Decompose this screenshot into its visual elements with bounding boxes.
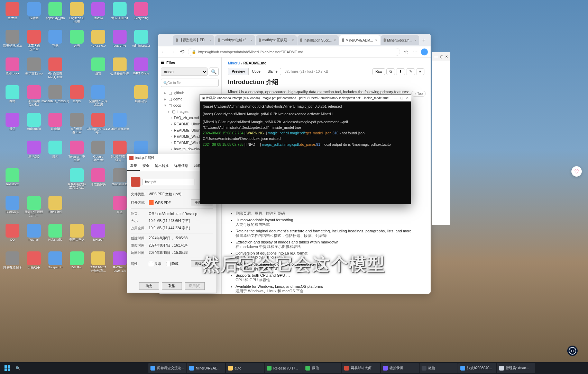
- maximize-icon[interactable]: ▢: [440, 55, 443, 59]
- desktop-icon[interactable]: 有道: [110, 196, 129, 223]
- close-tab-icon[interactable]: ×: [250, 38, 252, 42]
- desktop-icon[interactable]: 升级助手: [24, 251, 44, 278]
- taskbar-app[interactable]: 微信: [303, 363, 341, 373]
- taskbar-app[interactable]: 微信: [420, 363, 458, 373]
- top-link[interactable]: ↑ Top: [411, 91, 426, 97]
- filename-input[interactable]: text.pdf: [143, 179, 194, 185]
- desktop-icon[interactable]: 此电脑: [46, 113, 65, 140]
- close-tab-icon[interactable]: ×: [375, 38, 377, 42]
- edit-button[interactable]: ✎: [406, 68, 415, 75]
- desktop-icon[interactable]: Logitech G HUB: [67, 2, 86, 29]
- desktop-icon[interactable]: YJKS5.0.0: [89, 30, 108, 57]
- desktop-icon[interactable]: 注册漫版(2).xlsx: [24, 85, 44, 112]
- desktop-icon[interactable]: WPS Office: [131, 57, 151, 84]
- desktop-icon[interactable]: 美国大学入: [67, 224, 86, 251]
- close-tab-icon[interactable]: ×: [334, 38, 336, 42]
- desktop-icon[interactable]: BibiGPT数据链请...: [110, 141, 129, 168]
- reload-icon[interactable]: ⟲: [179, 49, 185, 55]
- desktop-icon[interactable]: text.docx: [3, 168, 22, 195]
- desktop-icon[interactable]: 开放摄像头: [89, 168, 108, 195]
- tab-security[interactable]: 安全: [140, 162, 152, 171]
- desktop-icon[interactable]: Hubstudio: [24, 113, 44, 140]
- desktop-icon[interactable]: phpstudy_pro: [46, 2, 65, 29]
- taskbar-app[interactable]: 问卷调查交流论...: [148, 363, 186, 373]
- browser-tab[interactable]: Installation Succ...×: [297, 35, 339, 45]
- desktop-icon[interactable]: 微信: [3, 113, 22, 140]
- taskbar-app[interactable]: auto: [226, 363, 264, 373]
- desktop-icon[interactable]: 腾讯会议: [131, 85, 151, 112]
- desktop-icon[interactable]: Administrator: [131, 30, 151, 57]
- browser-tab[interactable]: mathtype破解+f...×: [215, 35, 255, 45]
- preview-tab[interactable]: Preview: [228, 68, 249, 75]
- desktop-icon[interactable]: 网易有道翻译: [3, 251, 22, 278]
- desktop-icon[interactable]: 迅雷: [89, 57, 108, 84]
- desktop-icon[interactable]: Everything: [131, 2, 151, 29]
- desktop-icon[interactable]: Google Chrome: [89, 141, 108, 168]
- crumb-root[interactable]: MinerU: [228, 61, 240, 65]
- search-button[interactable]: 🔍: [13, 363, 23, 373]
- desktop-icon[interactable]: 5月份退费.xlsx: [67, 113, 86, 140]
- taskbar-app[interactable]: 网易邮箱大师: [342, 363, 380, 373]
- desktop-icon[interactable]: 心法秘籍等你: [110, 57, 129, 84]
- taskbar-app[interactable]: MinerU/READ...: [187, 363, 225, 373]
- floating-circle-icon[interactable]: H: [567, 346, 578, 356]
- browser-tab[interactable]: mathtype正版延...×: [256, 35, 297, 45]
- close-tab-icon[interactable]: ×: [210, 38, 212, 42]
- desktop-icon[interactable]: 海安注册.txt: [110, 2, 129, 29]
- desktop-icon[interactable]: 6月份退费M2(1).xlsx: [46, 57, 65, 84]
- desktop-icon[interactable]: BC机器人: [3, 196, 22, 223]
- desktop-icon[interactable]: PyCharm 2024.1.4: [110, 251, 129, 278]
- desktop-icon[interactable]: Hubstudio: [46, 224, 65, 251]
- raw-button[interactable]: Raw: [372, 68, 385, 75]
- close-tab-icon[interactable]: ×: [292, 38, 294, 42]
- desktop-icon[interactable]: maps: [67, 85, 86, 112]
- desktop-icon[interactable]: 网易邮箱大师工程版.exe: [67, 168, 86, 195]
- minimize-icon[interactable]: —: [434, 55, 438, 59]
- close-tab-icon[interactable]: ×: [414, 38, 416, 42]
- desktop-icon[interactable]: text.pdf: [89, 224, 108, 251]
- desktop-icon[interactable]: 全国地产人库 北京房: [89, 85, 108, 112]
- desktop-icon[interactable]: FinalShell: [46, 196, 65, 223]
- cancel-button[interactable]: 取消: [162, 282, 182, 290]
- outline-button[interactable]: ≡: [416, 68, 424, 75]
- desktop-icon[interactable]: Notepad++: [46, 251, 65, 278]
- forward-icon[interactable]: →: [170, 49, 176, 55]
- taskbar-app[interactable]: 轻拍录屏: [381, 363, 419, 373]
- search-button[interactable]: 🔍: [209, 68, 219, 76]
- desktop-icon[interactable]: 投标网: [24, 2, 44, 29]
- menu-icon[interactable]: ⋯: [412, 49, 418, 55]
- code-tab[interactable]: Code: [249, 68, 264, 75]
- desktop-icon[interactable]: 腾讯QQ: [24, 141, 44, 168]
- desktop-icon[interactable]: 北工大借况.xlsx: [24, 30, 44, 57]
- close-icon[interactable]: ✕: [406, 96, 409, 100]
- readonly-checkbox[interactable]: [149, 262, 153, 266]
- desktop-icon[interactable]: 教学文档.zip: [24, 57, 44, 84]
- maximize-icon[interactable]: ▢: [400, 96, 403, 100]
- tab-output[interactable]: 输出转换: [152, 162, 172, 171]
- hidden-checkbox[interactable]: [166, 262, 171, 266]
- desktop-icon[interactable]: mobanbus_mbsq(1): [46, 85, 65, 112]
- desktop-icon[interactable]: Change_URL1.2每...: [89, 113, 108, 140]
- new-tab-button[interactable]: +: [420, 37, 428, 43]
- desktop-icon[interactable]: 影刀: [46, 141, 65, 168]
- desktop-icon[interactable]: 海安借况.xlsx: [3, 30, 22, 57]
- desktop-icon[interactable]: 飞书: [46, 30, 65, 57]
- browser-tab[interactable]: MinerU/docs/h...×: [381, 35, 419, 45]
- download-button[interactable]: ⬇: [396, 68, 405, 75]
- go-to-file-input[interactable]: 🔍 Go to file: [161, 79, 219, 87]
- desktop-icon[interactable]: DM Pro: [67, 251, 86, 278]
- minimize-icon[interactable]: —: [394, 96, 397, 100]
- desktop-icon[interactable]: MarkText.exe: [110, 113, 129, 140]
- copy-button[interactable]: ⧉: [386, 68, 395, 75]
- taskbar-app[interactable]: 管理员: Anac...: [497, 363, 535, 373]
- profile-icon[interactable]: [421, 48, 428, 55]
- desktop-icon[interactable]: QQ: [3, 224, 22, 251]
- desktop-icon[interactable]: S20216447 6+地铁车...: [89, 251, 108, 278]
- desktop-icon[interactable]: 网络: [3, 85, 22, 112]
- browser-tab[interactable]: 【强烈推荐】PD...×: [173, 35, 214, 45]
- blame-tab[interactable]: Blame: [264, 68, 281, 75]
- start-button[interactable]: [2, 363, 12, 373]
- ok-button[interactable]: 确定: [139, 282, 159, 290]
- terminal-content[interactable]: (base) C:\Users\Administrator>cd /d G:\s…: [200, 101, 411, 149]
- desktop-icon[interactable]: LetsVPN: [110, 30, 129, 57]
